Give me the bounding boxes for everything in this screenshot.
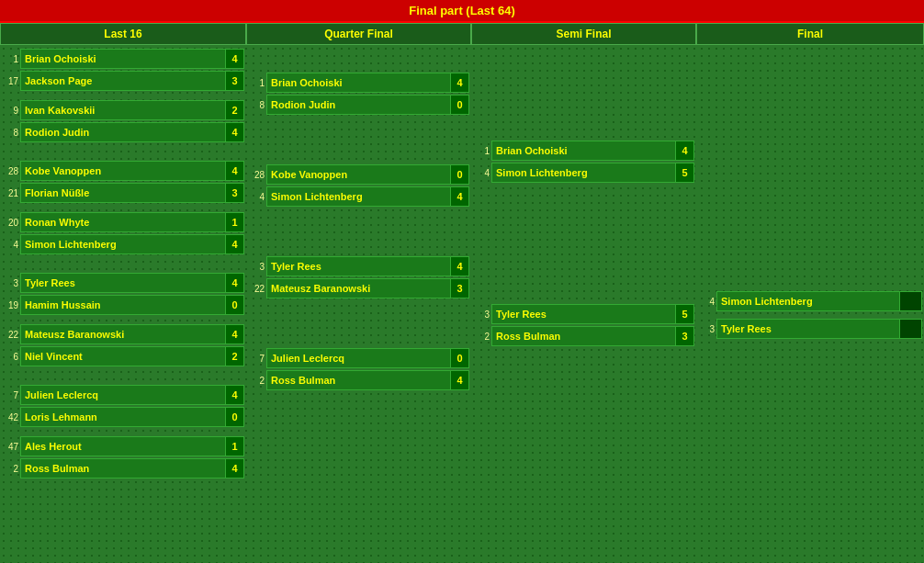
l16-r8: 4 Simon Lichtenberg 4 bbox=[2, 234, 244, 254]
l16-r6: 21 Florian Nüßle 3 bbox=[2, 183, 244, 203]
l16-r15: 47 Ales Herout 1 bbox=[2, 436, 244, 456]
qf-r2: 8 Rodion Judin 0 bbox=[248, 95, 469, 115]
qf-column: 1 Brian Ochoiski 4 8 Rodion Judin 0 28 K… bbox=[246, 45, 471, 563]
final-column: 4 Simon Lichtenberg 3 Tyler Rees bbox=[696, 45, 924, 563]
final-r2: 3 Tyler Rees bbox=[698, 319, 922, 339]
l16-r10: 19 Hamim Hussain 0 bbox=[2, 295, 244, 315]
qf-r6: 22 Mateusz Baranowski 3 bbox=[248, 278, 469, 298]
qf-r4: 4 Simon Lichtenberg 4 bbox=[248, 186, 469, 207]
sf-r1: 1 Brian Ochoiski 4 bbox=[473, 141, 694, 161]
title-bar: Final part (Last 64) bbox=[0, 0, 924, 23]
l16-r9: 3 Tyler Rees 4 bbox=[2, 273, 244, 293]
l16-r5: 28 Kobe Vanoppen 4 bbox=[2, 161, 244, 181]
l16-r16: 2 Ross Bulman 4 bbox=[2, 458, 244, 479]
final-header: Final bbox=[696, 23, 924, 45]
l16-r7: 20 Ronan Whyte 1 bbox=[2, 212, 244, 232]
final-r1: 4 Simon Lichtenberg bbox=[698, 291, 922, 311]
sf-r4: 2 Ross Bulman 3 bbox=[473, 326, 694, 346]
last16-header: Last 16 bbox=[0, 23, 246, 45]
bracket-area: 1 Brian Ochoiski 4 17 Jackson Page 3 9 I… bbox=[0, 45, 924, 563]
sf-r2: 4 Simon Lichtenberg 5 bbox=[473, 163, 694, 183]
last16-column: 1 Brian Ochoiski 4 17 Jackson Page 3 9 I… bbox=[0, 45, 246, 563]
l16-r14: 42 Loris Lehmann 0 bbox=[2, 407, 244, 427]
column-headers: Last 16 Quarter Final Semi Final Final bbox=[0, 23, 924, 45]
qf-r7: 7 Julien Leclercq 0 bbox=[248, 348, 469, 368]
qf-r3: 28 Kobe Vanoppen 0 bbox=[248, 164, 469, 185]
title-text: Final part (Last 64) bbox=[409, 4, 515, 17]
l16-r11: 22 Mateusz Baranowski 4 bbox=[2, 324, 244, 344]
l16-r2: 17 Jackson Page 3 bbox=[2, 71, 244, 91]
qf-r8: 2 Ross Bulman 4 bbox=[248, 370, 469, 390]
l16-r12: 6 Niel Vincent 2 bbox=[2, 346, 244, 366]
l16-r3: 9 Ivan Kakovskii 2 bbox=[2, 100, 244, 120]
l16-r1: 1 Brian Ochoiski 4 bbox=[2, 49, 244, 69]
qf-r5: 3 Tyler Rees 4 bbox=[248, 256, 469, 276]
qf-r1: 1 Brian Ochoiski 4 bbox=[248, 73, 469, 93]
l16-r13: 7 Julien Leclercq 4 bbox=[2, 385, 244, 405]
qf-header: Quarter Final bbox=[246, 23, 471, 45]
sf-header: Semi Final bbox=[471, 23, 696, 45]
l16-r4: 8 Rodion Judin 4 bbox=[2, 122, 244, 142]
sf-column: 1 Brian Ochoiski 4 4 Simon Lichtenberg 5… bbox=[471, 45, 696, 563]
sf-r3: 3 Tyler Rees 5 bbox=[473, 304, 694, 324]
